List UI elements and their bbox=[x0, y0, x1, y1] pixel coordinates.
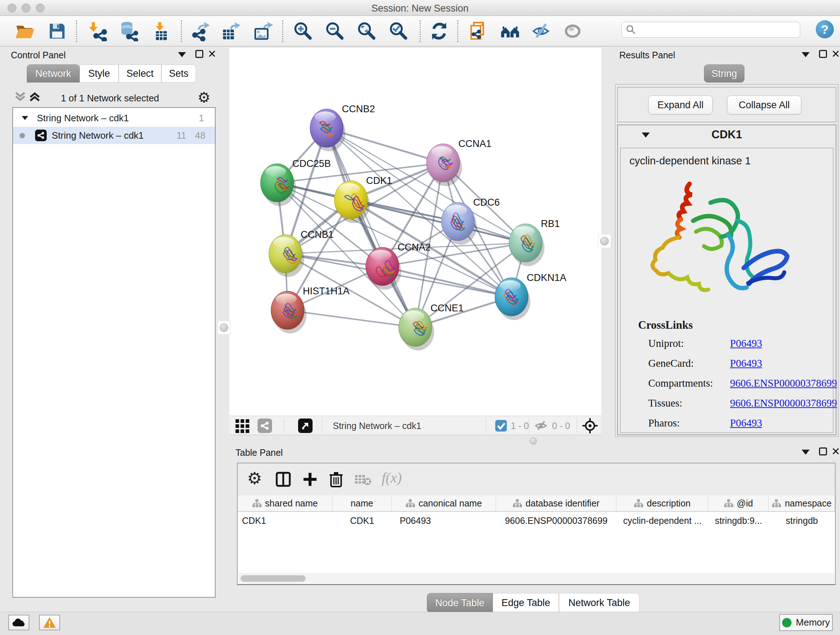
cloud-icon bbox=[11, 618, 26, 628]
svg-text:CCNB2: CCNB2 bbox=[342, 103, 375, 114]
column-header-description[interactable]: description bbox=[616, 495, 708, 511]
export-table-icon[interactable] bbox=[219, 19, 242, 43]
tab-network[interactable]: Network bbox=[27, 65, 80, 82]
zoom-in-icon[interactable] bbox=[292, 19, 315, 43]
network-node-CCNB1: CCNB1 bbox=[269, 229, 334, 277]
help-button[interactable]: ? bbox=[816, 20, 834, 38]
zoom-fit-icon[interactable] bbox=[355, 19, 378, 43]
network-node-CDKN1A: CDKN1A bbox=[495, 272, 567, 320]
open-network-view-icon[interactable] bbox=[298, 418, 313, 433]
column-header--id[interactable]: @id bbox=[708, 495, 769, 511]
zoom-selected-icon[interactable] bbox=[387, 19, 410, 43]
left-splitter-handle[interactable] bbox=[219, 323, 228, 332]
close-panel-icon[interactable]: ✕ bbox=[208, 50, 216, 58]
home-networks-icon[interactable] bbox=[499, 19, 522, 43]
tab-select[interactable]: Select bbox=[118, 65, 161, 82]
column-header-canonical-name[interactable]: canonical name bbox=[392, 495, 496, 511]
tab-string[interactable]: String bbox=[704, 65, 745, 82]
table-cell[interactable]: stringdb:9... bbox=[708, 513, 769, 529]
bottom-splitter-handle[interactable] bbox=[530, 437, 537, 445]
toolbar-search-field[interactable] bbox=[622, 22, 800, 38]
refresh-layout-icon[interactable] bbox=[428, 19, 451, 43]
string-results-container: Expand All Collapse All CDK1 cyclin-depe… bbox=[615, 84, 838, 437]
float-panel-icon[interactable] bbox=[819, 448, 827, 455]
tissues-link[interactable]: 9606.ENSP00000378699 bbox=[730, 397, 837, 409]
table-cell[interactable]: CDK1 bbox=[238, 513, 332, 529]
export-web-page-icon[interactable] bbox=[467, 19, 491, 43]
float-panel-icon[interactable] bbox=[819, 50, 827, 58]
svg-text:HIST1H1A: HIST1H1A bbox=[303, 286, 349, 296]
pharos-link[interactable]: P06493 bbox=[730, 417, 762, 429]
network-node-HIST1H1A: HIST1H1A bbox=[271, 286, 349, 333]
compartments-link[interactable]: 9606.ENSP00000378699 bbox=[730, 377, 837, 389]
table-horizontal-scrollbar[interactable] bbox=[238, 573, 834, 583]
tab-network-table[interactable]: Network Table bbox=[559, 593, 639, 613]
node-annotation: cyclin-dependent kinase 1 bbox=[630, 155, 751, 167]
expand-all-button[interactable]: Expand All bbox=[648, 96, 713, 114]
tab-sets[interactable]: Sets bbox=[161, 65, 196, 82]
genecard-link[interactable]: P06493 bbox=[730, 357, 762, 369]
hide-graphics-details-icon[interactable] bbox=[530, 19, 553, 43]
open-session-icon[interactable] bbox=[13, 19, 36, 43]
import-network-from-database-icon[interactable] bbox=[117, 19, 140, 43]
node-details-box: cyclin-dependent kinase 1 CrossL bbox=[620, 148, 834, 433]
select-columns-icon[interactable] bbox=[275, 471, 291, 487]
memory-button[interactable]: Memory bbox=[779, 614, 833, 631]
svg-text:CCNA2: CCNA2 bbox=[398, 242, 431, 253]
delete-table-icon[interactable] bbox=[354, 473, 371, 486]
zoom-out-icon[interactable] bbox=[324, 19, 347, 43]
close-panel-icon[interactable]: ✕ bbox=[831, 50, 840, 58]
table-cell[interactable]: stringdb bbox=[769, 513, 835, 529]
network-label: String Network – cdk1 bbox=[52, 130, 144, 141]
save-session-icon[interactable] bbox=[46, 19, 69, 43]
table-cell[interactable]: P06493 bbox=[392, 513, 496, 529]
string-network-graph[interactable]: CCNB2CCNA1CDC25BCDK1CDC6RB1CCNB1CCNA2CDK… bbox=[229, 48, 601, 416]
table-cell[interactable]: 9606.ENSP00000378699 bbox=[496, 513, 616, 529]
toolbar-separator bbox=[282, 20, 283, 42]
float-panel-icon[interactable] bbox=[195, 50, 203, 58]
search-input[interactable] bbox=[636, 25, 792, 35]
column-header-shared-name[interactable]: shared name bbox=[238, 495, 332, 511]
table-cell[interactable]: CDK1 bbox=[332, 513, 392, 529]
tree-expand-caret-icon[interactable] bbox=[22, 116, 28, 120]
table-row[interactable]: CDK1CDK1P064939606.ENSP00000378699cyclin… bbox=[238, 513, 835, 529]
column-header-namespace[interactable]: namespace bbox=[769, 495, 835, 511]
export-image-icon[interactable] bbox=[251, 19, 274, 43]
network-share-icon[interactable] bbox=[257, 418, 272, 433]
cloud-button[interactable] bbox=[8, 615, 29, 630]
show-graphics-details-icon[interactable] bbox=[561, 19, 584, 43]
tab-style[interactable]: Style bbox=[80, 65, 118, 82]
network-row-selected[interactable]: String Network – cdk1 11 48 bbox=[13, 127, 215, 144]
panel-menu-icon[interactable] bbox=[802, 52, 810, 57]
tab-node-table[interactable]: Node Table bbox=[427, 593, 493, 613]
tab-edge-table[interactable]: Edge Table bbox=[493, 593, 559, 613]
string-network-icon bbox=[35, 130, 47, 141]
import-table-from-file-icon[interactable] bbox=[150, 19, 173, 43]
warning-button[interactable] bbox=[39, 615, 60, 630]
network-options-gear-icon[interactable]: ⚙ bbox=[197, 89, 210, 106]
column-header-name[interactable]: name bbox=[332, 495, 392, 511]
table-settings-gear-icon[interactable]: ⚙ bbox=[247, 469, 262, 488]
import-network-from-file-icon[interactable] bbox=[87, 19, 110, 43]
collapse-all-button[interactable]: Collapse All bbox=[727, 96, 801, 114]
column-header-database-identifier[interactable]: database identifier bbox=[496, 495, 616, 511]
divider bbox=[486, 418, 486, 433]
network-view-canvas[interactable]: CCNB2CCNA1CDC25BCDK1CDC6RB1CCNB1CCNA2CDK… bbox=[229, 47, 601, 416]
right-splitter-handle[interactable] bbox=[600, 237, 609, 245]
hidden-eye-slash-icon[interactable] bbox=[534, 420, 548, 432]
export-network-icon[interactable] bbox=[189, 19, 212, 43]
function-builder-icon[interactable]: f(x) bbox=[382, 469, 402, 486]
network-node-CCNA2: CCNA2 bbox=[366, 242, 431, 290]
selected-checkbox-icon[interactable] bbox=[495, 420, 507, 432]
panel-menu-icon[interactable] bbox=[802, 450, 810, 455]
table-cell[interactable]: cyclin-dependent ... bbox=[616, 513, 708, 529]
network-collection-row[interactable]: String Network – cdk1 1 bbox=[13, 109, 215, 127]
uniprot-link[interactable]: P06493 bbox=[730, 337, 762, 349]
add-column-icon[interactable] bbox=[302, 471, 318, 487]
fit-selected-crosshair-icon[interactable] bbox=[582, 417, 598, 434]
delete-column-trash-icon[interactable] bbox=[328, 470, 344, 488]
grid-view-icon[interactable] bbox=[235, 419, 249, 433]
close-panel-icon[interactable]: ✕ bbox=[831, 448, 840, 455]
panel-menu-icon[interactable] bbox=[178, 52, 186, 57]
scrollbar-thumb[interactable] bbox=[240, 575, 306, 582]
